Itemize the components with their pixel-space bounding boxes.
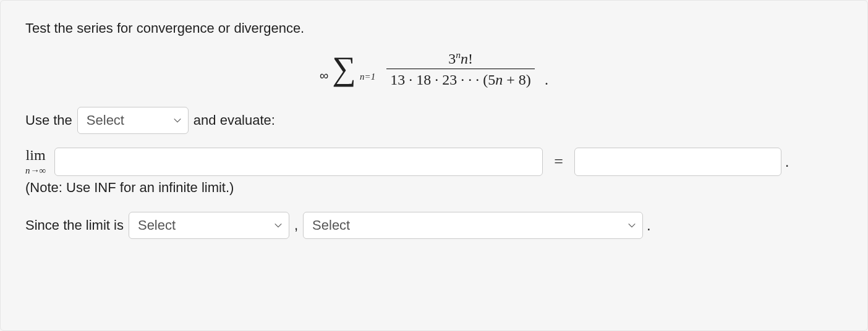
denominator: 13 · 18 · 23 · · · (5n + 8)	[386, 69, 535, 88]
chevron-down-icon	[274, 221, 283, 230]
use-the-row: Use the Select and evaluate:	[25, 107, 843, 134]
chevron-down-icon	[173, 116, 182, 125]
question-card: Test the series for convergence or diver…	[0, 0, 868, 331]
conclusion-prefix: Since the limit is	[25, 217, 124, 233]
test-select[interactable]: Select	[77, 107, 189, 134]
chevron-down-icon	[628, 221, 636, 230]
prompt-text: Test the series for convergence or diver…	[25, 18, 843, 38]
equals-sign: =	[548, 153, 569, 171]
use-the-suffix: and evaluate:	[194, 112, 275, 128]
sigma-icon: ∑	[332, 50, 356, 87]
limit-compare-label: Select	[138, 217, 176, 233]
limit-value-input[interactable]	[574, 148, 781, 176]
limit-period: .	[785, 153, 789, 170]
lim-sub: n→∞	[25, 166, 46, 175]
conclusion-select[interactable]: Select	[303, 212, 643, 239]
expression-period: .	[545, 72, 548, 88]
conclusion-row: Since the limit is Select , Select .	[25, 212, 843, 239]
note-text: (Note: Use INF for an infinite limit.)	[25, 180, 843, 196]
limit-symbol: lim n→∞	[25, 148, 46, 176]
fraction: 3nn! 13 · 18 · 23 · · · (5n + 8)	[384, 49, 537, 88]
lim-text: lim	[26, 147, 46, 163]
limit-compare-select[interactable]: Select	[129, 212, 289, 239]
sum-lower: n=1	[360, 72, 375, 82]
conclusion-comma: ,	[294, 217, 298, 233]
sum-upper: ∞	[320, 69, 328, 82]
numerator: 3nn!	[386, 49, 535, 69]
limit-expression-input[interactable]	[54, 148, 543, 176]
summation-symbol: ∞ ∑ n=1	[320, 54, 375, 84]
test-select-label: Select	[87, 112, 124, 128]
use-the-prefix: Use the	[25, 112, 72, 128]
series-expression: ∞ ∑ n=1 3nn! 13 · 18 · 23 · · · (5n + 8)…	[25, 49, 843, 88]
conclusion-label: Select	[312, 217, 350, 233]
conclusion-period: .	[647, 217, 651, 234]
limit-row: lim n→∞ = .	[25, 148, 843, 176]
